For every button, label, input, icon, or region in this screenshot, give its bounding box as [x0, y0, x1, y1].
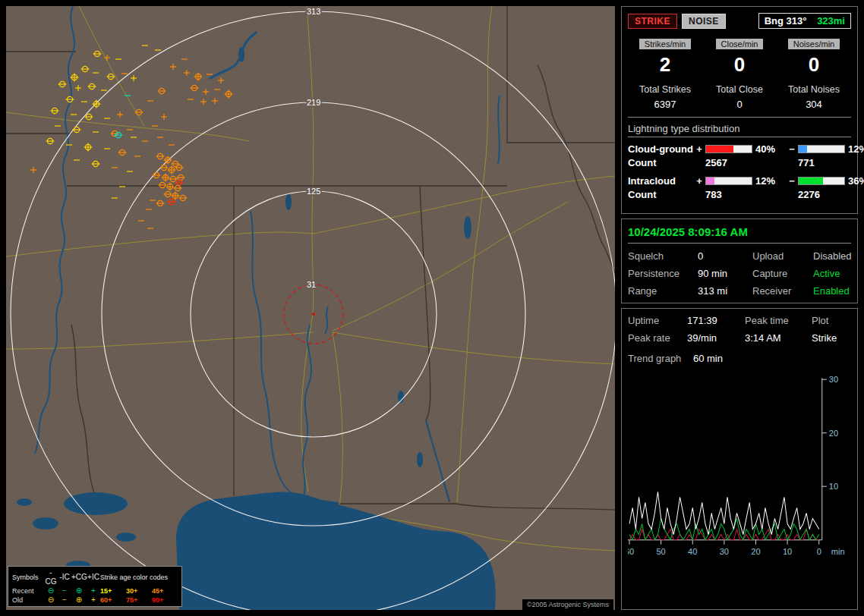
- close-per-min-value: 0: [702, 54, 777, 77]
- intracloud-row: Intracloud + 12% − 36%: [628, 175, 851, 187]
- noises-per-min-badge: Noises/min: [788, 39, 840, 49]
- ic-minus-count: 2276: [798, 189, 845, 200]
- capture-label: Capture: [752, 268, 813, 279]
- legend-strike-glyph: ⊕: [71, 586, 87, 596]
- total-strikes-label: Total Strikes: [628, 84, 702, 95]
- minus-sign: −: [787, 143, 796, 155]
- cg-plus-bar: [705, 145, 752, 153]
- total-strikes-value: 6397: [628, 99, 702, 110]
- intracloud-label: Intracloud: [628, 175, 693, 187]
- ic-plus-bar: [705, 177, 752, 185]
- squelch-label: Squelch: [628, 250, 698, 262]
- range-label: Range: [628, 285, 698, 297]
- ic-plus-pct: 12%: [754, 175, 786, 187]
- legend-strike-glyph: −: [58, 596, 71, 605]
- bearing-readout: Bng 313° 323mi: [758, 13, 851, 29]
- sensor-marker: [312, 313, 315, 316]
- cg-plus-pct: 40%: [754, 143, 786, 155]
- map-legend: Symbols -CG -IC +CG +IC Strike age color…: [8, 566, 182, 607]
- svg-text:50: 50: [656, 547, 665, 556]
- datetime-display: 10/24/2025 8:09:16 AM: [628, 225, 851, 244]
- legend-age-code: 75+: [126, 596, 152, 605]
- cg-minus-bar-fill: [799, 146, 807, 152]
- map-svg: 31321912531: [6, 6, 615, 610]
- legend-strike-glyph: +: [87, 596, 100, 605]
- side-panel: STRIKE NOISE Bng 313° 323mi Strikes/min …: [621, 6, 858, 610]
- lightning-map[interactable]: 31321912531 Symbols -CG -IC +CG +IC Stri…: [6, 6, 615, 610]
- persistence-value: 90 min: [698, 268, 752, 279]
- bearing-distance: 323mi: [817, 15, 845, 27]
- intracloud-counts: Count 783 2276: [628, 189, 851, 200]
- range-ring-label: 313: [307, 7, 320, 16]
- trend-window-value: 60 min: [693, 353, 723, 364]
- svg-text:20: 20: [751, 547, 760, 556]
- ic-plus-bar-fill: [706, 178, 714, 184]
- legend-age-header: Strike age color codes: [100, 573, 178, 582]
- legend-type-header: -IC: [58, 573, 71, 582]
- svg-text:0: 0: [817, 547, 821, 556]
- legend-symbols-header: Symbols: [12, 573, 44, 582]
- receiver-status: Enabled: [813, 285, 852, 297]
- counters-section: STRIKE NOISE Bng 313° 323mi Strikes/min …: [621, 6, 858, 214]
- trend-axes: 1020306050403020100min: [628, 375, 845, 556]
- legend-age-code: 90+: [152, 596, 178, 605]
- settings-section: 10/24/2025 8:09:16 AM Squelch 0 Upload D…: [621, 218, 858, 303]
- legend-row-label: Recent: [12, 586, 44, 596]
- legend-strike-glyph: +: [87, 586, 100, 596]
- close-per-min-badge: Close/min: [716, 39, 764, 49]
- legend-type-header: +CG: [71, 573, 87, 582]
- svg-text:60: 60: [628, 547, 634, 556]
- trend-graph-row: Trend graph 60 min: [628, 353, 851, 364]
- minus-sign: −: [787, 175, 796, 187]
- settings-grid: Squelch 0 Upload Disabled Persistence 90…: [628, 250, 851, 297]
- app-window: { "map": { "copyright": "©2005 Astrogeni…: [0, 0, 864, 616]
- svg-text:min: min: [831, 547, 845, 556]
- total-noises-value: 304: [777, 99, 851, 110]
- plot-value: Strike: [812, 332, 851, 344]
- trend-series: [629, 492, 819, 539]
- uptime-value: 171:39: [687, 315, 745, 326]
- capture-status: Active: [813, 268, 852, 279]
- svg-text:10: 10: [829, 482, 838, 491]
- range-ring-label: 219: [307, 98, 320, 107]
- legend-strike-glyph: ⊖: [44, 586, 58, 596]
- total-close-value: 0: [702, 99, 777, 110]
- legend-age-code: 60+: [100, 596, 126, 605]
- svg-text:30: 30: [829, 375, 838, 384]
- noises-per-min-value: 0: [777, 54, 851, 77]
- close-counter: Close/min 0 Total Close 0: [702, 38, 777, 110]
- upload-label: Upload: [752, 250, 813, 262]
- svg-text:40: 40: [688, 547, 697, 556]
- peak-rate-label: Peak rate: [628, 332, 687, 344]
- ic-minus-bar: [798, 177, 845, 185]
- squelch-value: 0: [698, 250, 752, 262]
- persistence-label: Persistence: [628, 268, 698, 279]
- ic-minus-bar-fill: [799, 178, 823, 184]
- status-grid: Uptime 171:39 Peak time Plot Peak rate 3…: [628, 315, 851, 344]
- legend-row-label: Old: [12, 596, 44, 605]
- range-ring-label: 125: [307, 187, 320, 196]
- plus-sign: +: [695, 143, 704, 155]
- cg-minus-count: 771: [798, 157, 845, 168]
- strikes-per-min-value: 2: [628, 54, 702, 77]
- legend-type-header: -CG: [44, 568, 58, 586]
- legend-age-code: 15+: [100, 586, 126, 596]
- strikes-per-min-badge: Strikes/min: [639, 39, 691, 49]
- count-label: Count: [628, 189, 693, 200]
- bearing-label: Bng 313°: [765, 15, 807, 27]
- upload-status: Disabled: [813, 250, 852, 262]
- svg-text:30: 30: [720, 547, 729, 556]
- plus-sign: +: [695, 175, 704, 187]
- svg-text:20: 20: [829, 429, 838, 438]
- receiver-label: Receiver: [752, 285, 813, 297]
- svg-text:10: 10: [783, 547, 792, 556]
- cloud-ground-label: Cloud-ground: [628, 143, 693, 155]
- noise-mode-button[interactable]: NOISE: [682, 14, 726, 29]
- noises-counter: Noises/min 0 Total Noises 304: [777, 38, 851, 110]
- ic-minus-pct: 36%: [847, 175, 864, 187]
- mode-row: STRIKE NOISE Bng 313° 323mi: [628, 13, 851, 29]
- strike-mode-button[interactable]: STRIKE: [628, 14, 677, 29]
- peak-time-label: Peak time: [745, 315, 812, 326]
- cg-minus-pct: 12%: [847, 143, 864, 155]
- rate-counters: Strikes/min 2 Total Strikes 6397 Close/m…: [628, 38, 851, 110]
